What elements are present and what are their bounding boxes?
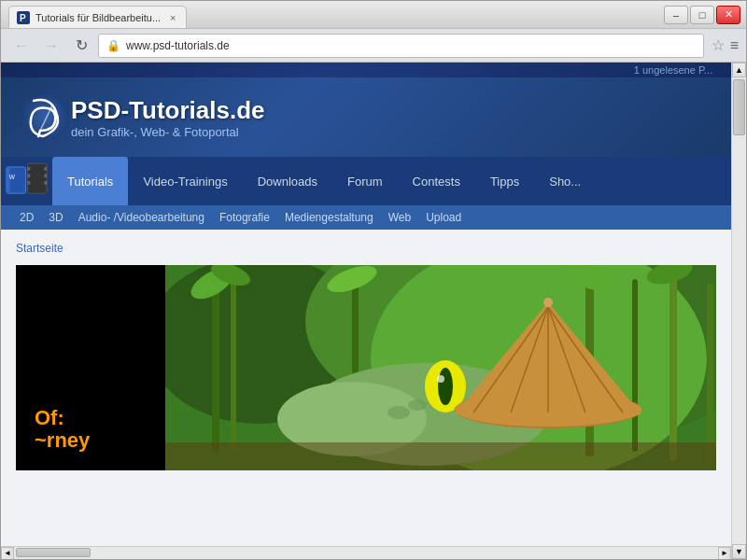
vertical-scroll-thumb[interactable] bbox=[733, 79, 745, 135]
refresh-button[interactable]: ↻ bbox=[68, 33, 94, 59]
window-controls: – □ ✕ bbox=[664, 6, 740, 24]
site-subtitle: dein Grafik-, Web- & Fotoportal bbox=[71, 125, 265, 139]
page-icon: 🔒 bbox=[106, 39, 120, 52]
svg-point-34 bbox=[437, 375, 444, 383]
vertical-scrollbar: ▲ ▼ bbox=[731, 63, 746, 559]
hero-text-line2: ~rney bbox=[35, 429, 90, 452]
svg-point-35 bbox=[388, 406, 410, 419]
nav-item-downloads[interactable]: Downloads bbox=[243, 157, 332, 205]
sub-nav-item-2d[interactable]: 2D bbox=[20, 209, 34, 226]
sub-nav-item-web[interactable]: Web bbox=[388, 209, 411, 226]
hero-left-panel: Of: ~rney bbox=[16, 265, 184, 470]
nav-item-tipps[interactable]: Tipps bbox=[475, 157, 534, 205]
forward-icon: → bbox=[44, 37, 59, 54]
url-input[interactable] bbox=[126, 39, 696, 52]
main-navigation: W Tutorials Video-T bbox=[1, 157, 731, 205]
tab-bar: P Tutorials für Bildbearbeitu... × bbox=[8, 1, 187, 28]
svg-rect-7 bbox=[27, 167, 30, 171]
svg-point-36 bbox=[408, 399, 427, 411]
hero-image: Of: ~rney bbox=[16, 265, 716, 470]
navigation-bar: ← → ↻ 🔒 ☆ ≡ bbox=[1, 29, 746, 63]
tab-title: Tutorials für Bildbearbeitu... bbox=[35, 12, 161, 23]
scroll-down-icon: ▼ bbox=[735, 547, 743, 556]
hero-text-overlay: Of: ~rney bbox=[35, 407, 90, 452]
nav-item-forum[interactable]: Forum bbox=[332, 157, 398, 205]
site-title: PSD-Tutorials.de bbox=[71, 96, 265, 125]
horizontal-scroll-thumb[interactable] bbox=[16, 548, 91, 557]
svg-point-33 bbox=[438, 368, 453, 405]
sub-nav-item-mediengestaltung[interactable]: Mediengestaltung bbox=[285, 209, 374, 226]
nav-item-tutorials[interactable]: Tutorials bbox=[52, 157, 128, 205]
page-content: 1 ungelesene P... bbox=[1, 63, 731, 559]
address-bar[interactable]: 🔒 bbox=[98, 34, 704, 58]
refresh-icon: ↻ bbox=[76, 36, 88, 54]
svg-rect-6 bbox=[27, 163, 47, 193]
nav-icon-svg: W bbox=[5, 161, 49, 202]
vertical-scroll-track[interactable] bbox=[732, 77, 746, 544]
scroll-up-button[interactable]: ▲ bbox=[732, 63, 746, 77]
site-header: 1 ungelesene P... bbox=[1, 63, 731, 157]
svg-rect-18 bbox=[212, 284, 219, 452]
horizontal-scrollbar: ◄ ► bbox=[1, 546, 731, 559]
scroll-down-button[interactable]: ▼ bbox=[732, 544, 746, 559]
svg-rect-9 bbox=[27, 181, 30, 185]
site-title-block: PSD-Tutorials.de dein Grafik-, Web- & Fo… bbox=[71, 96, 265, 139]
site-logo bbox=[20, 91, 71, 143]
svg-rect-10 bbox=[44, 167, 47, 171]
tab-favicon: P bbox=[17, 11, 30, 24]
hero-svg-scene bbox=[165, 265, 716, 470]
notification-text: 1 ungelesene P... bbox=[634, 64, 712, 76]
hero-image-area: Of: ~rney bbox=[16, 265, 716, 470]
scroll-left-button[interactable]: ◄ bbox=[1, 547, 14, 560]
horizontal-scroll-track[interactable] bbox=[14, 547, 718, 559]
svg-rect-24 bbox=[707, 284, 713, 461]
browser-tab[interactable]: P Tutorials für Bildbearbeitu... × bbox=[8, 6, 187, 28]
sub-navigation: 2D 3D Audio- /Videobearbeitung Fotografi… bbox=[1, 205, 731, 230]
maximize-button[interactable]: □ bbox=[690, 6, 714, 24]
nav-decorative-icons: W bbox=[1, 157, 52, 205]
forward-button[interactable]: → bbox=[38, 33, 64, 59]
sub-nav-item-3d[interactable]: 3D bbox=[49, 209, 63, 226]
svg-rect-47 bbox=[165, 442, 716, 470]
sub-nav-item-fotografie[interactable]: Fotografie bbox=[219, 209, 270, 226]
close-button[interactable]: ✕ bbox=[716, 6, 740, 24]
svg-rect-23 bbox=[669, 265, 677, 461]
svg-text:W: W bbox=[9, 174, 16, 180]
svg-rect-8 bbox=[27, 174, 30, 177]
scroll-left-icon: ◄ bbox=[4, 549, 11, 557]
nav-item-contests[interactable]: Contests bbox=[398, 157, 475, 205]
sub-nav-item-audio-video[interactable]: Audio- /Videobearbeitung bbox=[78, 209, 204, 226]
svg-point-46 bbox=[543, 298, 553, 307]
back-icon: ← bbox=[14, 37, 29, 54]
svg-rect-19 bbox=[231, 265, 236, 452]
minimize-button[interactable]: – bbox=[664, 6, 688, 24]
bookmark-star-icon[interactable]: ☆ bbox=[712, 36, 725, 54]
browser-content-area: 1 ungelesene P... bbox=[1, 63, 746, 559]
svg-rect-11 bbox=[44, 174, 47, 177]
page-inner: Startseite Of: ~rney bbox=[1, 230, 731, 546]
svg-rect-12 bbox=[44, 181, 47, 185]
sub-nav-item-upload[interactable]: Upload bbox=[426, 209, 461, 226]
scroll-right-icon: ► bbox=[721, 549, 728, 557]
title-bar: P Tutorials für Bildbearbeitu... × – □ ✕ bbox=[1, 1, 746, 29]
back-button[interactable]: ← bbox=[8, 33, 35, 59]
breadcrumb-startseite[interactable]: Startseite bbox=[16, 242, 63, 255]
hero-text-line1: Of: bbox=[35, 407, 90, 429]
nav-item-shop[interactable]: Sho... bbox=[534, 157, 596, 205]
scroll-up-icon: ▲ bbox=[735, 65, 743, 75]
svg-rect-22 bbox=[632, 279, 638, 452]
scroll-right-button[interactable]: ► bbox=[718, 547, 731, 560]
tab-close-button[interactable]: × bbox=[170, 12, 176, 23]
nav-item-video-trainings[interactable]: Video-Trainings bbox=[128, 157, 242, 205]
browser-window: P Tutorials für Bildbearbeitu... × – □ ✕… bbox=[0, 0, 747, 560]
site-header-inner: PSD-Tutorials.de dein Grafik-, Web- & Fo… bbox=[1, 77, 731, 157]
notification-bar: 1 ungelesene P... bbox=[1, 63, 731, 77]
svg-text:P: P bbox=[20, 13, 26, 23]
browser-menu-icon[interactable]: ≡ bbox=[730, 37, 739, 54]
